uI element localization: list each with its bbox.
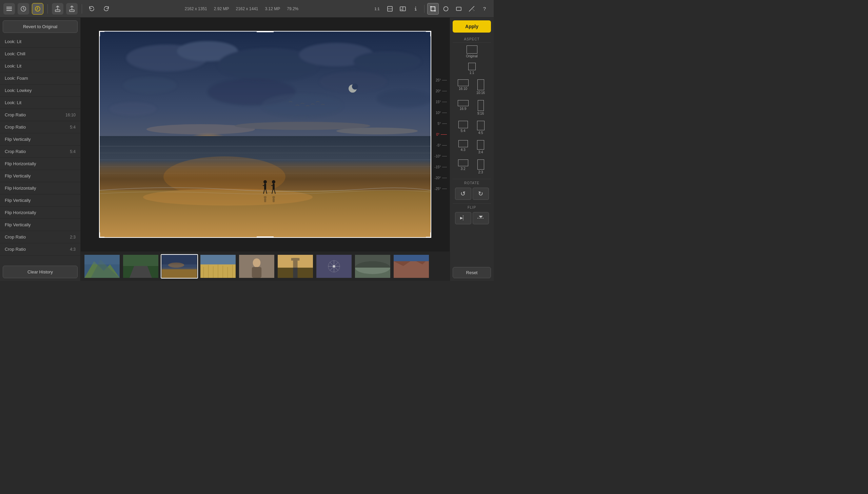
zoom-1to1-button[interactable]: 1:1 bbox=[371, 3, 383, 15]
thumb-cliffs[interactable] bbox=[393, 254, 430, 279]
share-button[interactable] bbox=[66, 3, 78, 15]
aspect-4-3-button[interactable]: 4:3 bbox=[455, 139, 471, 155]
history-item[interactable]: Crop Ratio5:4 bbox=[0, 146, 80, 158]
svg-rect-19 bbox=[456, 7, 461, 11]
thumb-tower[interactable] bbox=[277, 254, 314, 279]
aspect-9-16-icon bbox=[478, 100, 484, 111]
aspect-original-icon bbox=[467, 45, 477, 54]
ruler-tick-neg25: -25° bbox=[431, 183, 447, 194]
redo-button[interactable] bbox=[100, 3, 112, 15]
right-panel: Apply ASPECT Original 1:1 16:10 bbox=[450, 18, 494, 281]
help-button[interactable]: ? bbox=[479, 3, 490, 15]
history-item[interactable]: Flip Horizontally bbox=[0, 158, 80, 170]
aspect-5-4-button[interactable]: 5:4 bbox=[455, 119, 471, 136]
redo-history-button[interactable] bbox=[32, 3, 43, 15]
left-panel: Revert to Original Look: LitLook: ChillL… bbox=[0, 18, 81, 281]
svg-point-85 bbox=[253, 258, 261, 267]
thumb-portrait[interactable] bbox=[238, 254, 275, 279]
history-item[interactable]: Look: Foam bbox=[0, 72, 80, 84]
history-list: Look: LitLook: ChillLook: LitLook: FoamL… bbox=[0, 36, 80, 263]
history-item-label: Look: Lowkey bbox=[5, 88, 32, 93]
aspect-4-5-button[interactable]: 4:5 bbox=[473, 119, 489, 136]
circle-button[interactable] bbox=[440, 3, 452, 15]
svg-rect-2 bbox=[6, 10, 12, 11]
svg-rect-55 bbox=[273, 184, 275, 190]
svg-point-74 bbox=[168, 262, 184, 267]
photo-canvas bbox=[99, 31, 431, 238]
tick-line bbox=[442, 80, 447, 80]
history-item[interactable]: Look: Lit bbox=[0, 36, 80, 48]
aspect-16-10-button[interactable]: 16:10 bbox=[455, 78, 471, 96]
thumb-field[interactable] bbox=[199, 254, 237, 279]
thumb-misty[interactable] bbox=[354, 254, 391, 279]
aspect-3-2-icon bbox=[458, 159, 468, 166]
history-item[interactable]: Flip Vertically bbox=[0, 219, 80, 231]
history-item[interactable]: Flip Horizontally bbox=[0, 182, 80, 194]
aspect-1-1-button[interactable]: 1:1 bbox=[453, 61, 491, 76]
history-item-label: Flip Horizontally bbox=[5, 186, 36, 191]
history-item[interactable]: Crop Ratio16:10 bbox=[0, 109, 80, 121]
history-item-label: Crop Ratio bbox=[5, 247, 26, 252]
original-mp: 2.92 MP bbox=[214, 6, 229, 11]
aspect-2-3-button[interactable]: 2:3 bbox=[473, 158, 489, 175]
thumb-beach-active[interactable] bbox=[161, 254, 198, 279]
straighten-button[interactable] bbox=[466, 3, 477, 15]
history-item[interactable]: Look: Chill bbox=[0, 48, 80, 60]
aspect-3-4-button[interactable]: 3:4 bbox=[473, 139, 489, 155]
history-item[interactable]: Look: Lit bbox=[0, 97, 80, 109]
compare-button[interactable]: B bbox=[397, 3, 409, 15]
tick-line bbox=[442, 189, 447, 189]
undo-button[interactable] bbox=[86, 3, 98, 15]
ruler-label: 10° bbox=[436, 111, 441, 115]
crop-tool-button[interactable] bbox=[427, 3, 439, 15]
flip-horizontal-button[interactable] bbox=[455, 212, 471, 224]
ruler-label: 25° bbox=[436, 78, 441, 82]
flip-vertical-button[interactable] bbox=[473, 212, 489, 224]
ruler-tick-15: 15° bbox=[431, 96, 447, 107]
history-item[interactable]: Crop Ratio2:3 bbox=[0, 231, 80, 243]
canvas-container[interactable]: 25° 20° 15° 10° 5° bbox=[81, 18, 450, 251]
history-item[interactable]: Flip Vertically bbox=[0, 194, 80, 207]
aspect-3-2-button[interactable]: 3:2 bbox=[455, 158, 471, 175]
ruler-tick-neg5: -5° bbox=[431, 140, 447, 151]
thumb-dandelion[interactable] bbox=[315, 254, 353, 279]
thumb-road[interactable] bbox=[122, 254, 159, 279]
history-item-label: Flip Vertically bbox=[5, 173, 31, 178]
reset-button[interactable]: Reset bbox=[453, 267, 491, 278]
history-item[interactable]: Flip Vertically bbox=[0, 133, 80, 146]
clear-history-button[interactable]: Clear History bbox=[3, 266, 78, 278]
svg-rect-13 bbox=[431, 7, 435, 11]
history-item-label: Flip Horizontally bbox=[5, 161, 36, 166]
history-item-label: Flip Vertically bbox=[5, 198, 31, 203]
menu-button[interactable] bbox=[3, 3, 15, 15]
export-button[interactable] bbox=[52, 3, 63, 15]
aspect-10-16-button[interactable]: 10:16 bbox=[473, 78, 489, 96]
aspect-16-9-button[interactable]: 16:9 bbox=[455, 99, 471, 117]
rotate-ccw-button[interactable]: ↺ bbox=[455, 188, 471, 200]
history-item[interactable]: Look: Lowkey bbox=[0, 84, 80, 97]
apply-button[interactable]: Apply bbox=[453, 20, 491, 33]
history-button[interactable] bbox=[18, 3, 29, 15]
tick-line-zero bbox=[441, 134, 447, 135]
svg-point-18 bbox=[444, 6, 448, 11]
thumb-mountains[interactable] bbox=[83, 254, 121, 279]
history-item[interactable]: Look: Lit bbox=[0, 60, 80, 72]
aspect-9-16-button[interactable]: 9:16 bbox=[473, 99, 489, 117]
rotate-cw-button[interactable]: ↻ bbox=[473, 188, 489, 200]
aspect-original-button[interactable]: Original bbox=[453, 44, 491, 59]
history-item[interactable]: Flip Horizontally bbox=[0, 207, 80, 219]
info-button[interactable] bbox=[410, 3, 421, 15]
aspect-3-2-label: 3:2 bbox=[461, 167, 466, 171]
aspect-grid-row4: 4:3 3:4 bbox=[450, 137, 494, 157]
history-item[interactable]: Flip Vertically bbox=[0, 170, 80, 182]
revert-to-original-button[interactable]: Revert to Original bbox=[3, 20, 78, 33]
aspect-1-1-icon bbox=[468, 63, 476, 70]
aspect-16-9-label: 16:9 bbox=[460, 107, 466, 111]
ratio-button[interactable] bbox=[453, 3, 465, 15]
history-item[interactable]: Crop Ratio5:4 bbox=[0, 121, 80, 133]
history-item[interactable]: Crop Ratio4:3 bbox=[0, 243, 80, 255]
ruler-tick-20: 20° bbox=[431, 86, 447, 96]
tick-line bbox=[442, 167, 447, 167]
separator2 bbox=[82, 4, 82, 14]
fit-button[interactable] bbox=[384, 3, 396, 15]
